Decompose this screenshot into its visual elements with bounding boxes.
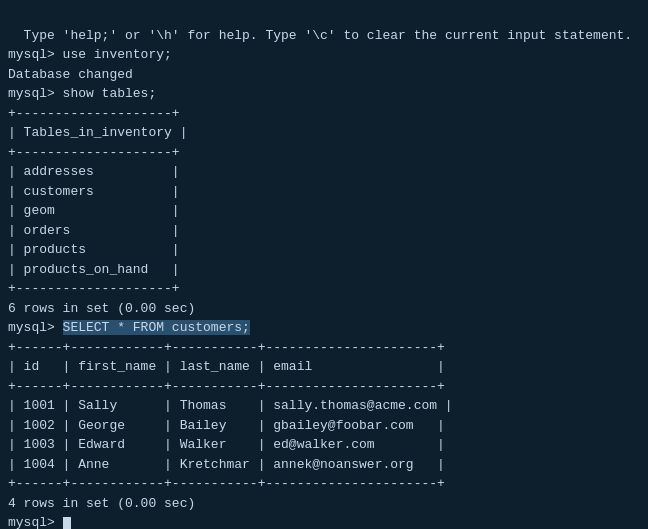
prompt-text: mysql> — [8, 47, 63, 62]
prompt-text: mysql> — [8, 320, 63, 335]
terminal-line: +------+------------+-----------+-------… — [8, 474, 640, 494]
terminal-line: mysql> use inventory; — [8, 45, 640, 65]
terminal-line: | id | first_name | last_name | email | — [8, 357, 640, 377]
terminal-line: +------+------------+-----------+-------… — [8, 338, 640, 358]
command-text: use inventory; — [63, 47, 172, 62]
terminal-line: | products_on_hand | — [8, 260, 640, 280]
terminal-line: Database changed — [8, 65, 640, 85]
terminal-line: mysql> — [8, 513, 640, 529]
terminal-line: 6 rows in set (0.00 sec) — [8, 299, 640, 319]
highlighted-command-text: SELECT * FROM customers; — [63, 320, 250, 335]
terminal-line: +------+------------+-----------+-------… — [8, 377, 640, 397]
terminal-line: | products | — [8, 240, 640, 260]
terminal-line: | customers | — [8, 182, 640, 202]
terminal-line: | geom | — [8, 201, 640, 221]
terminal-line: | orders | — [8, 221, 640, 241]
terminal-output: Type 'help;' or '\h' for help. Type '\c'… — [8, 6, 640, 45]
terminal-line: +--------------------+ — [8, 104, 640, 124]
terminal-line: 4 rows in set (0.00 sec) — [8, 494, 640, 514]
terminal-line: | 1004 | Anne | Kretchmar | annek@noansw… — [8, 455, 640, 475]
terminal-line: +--------------------+ — [8, 279, 640, 299]
prompt-text: mysql> — [8, 515, 63, 529]
terminal-line: | 1002 | George | Bailey | gbailey@fooba… — [8, 416, 640, 436]
terminal-line: | 1001 | Sally | Thomas | sally.thomas@a… — [8, 396, 640, 416]
terminal-line: | 1003 | Edward | Walker | ed@walker.com… — [8, 435, 640, 455]
cursor — [63, 517, 71, 529]
terminal-line: | Tables_in_inventory | — [8, 123, 640, 143]
terminal-body: mysql> use inventory;Database changedmys… — [8, 45, 640, 529]
terminal-line: mysql> SELECT * FROM customers; — [8, 318, 640, 338]
terminal-line: mysql> show tables; — [8, 84, 640, 104]
command-text: show tables; — [63, 86, 157, 101]
terminal-line: | addresses | — [8, 162, 640, 182]
intro-line: Type 'help;' or '\h' for help. Type '\c'… — [24, 28, 633, 43]
terminal-line: +--------------------+ — [8, 143, 640, 163]
prompt-text: mysql> — [8, 86, 63, 101]
